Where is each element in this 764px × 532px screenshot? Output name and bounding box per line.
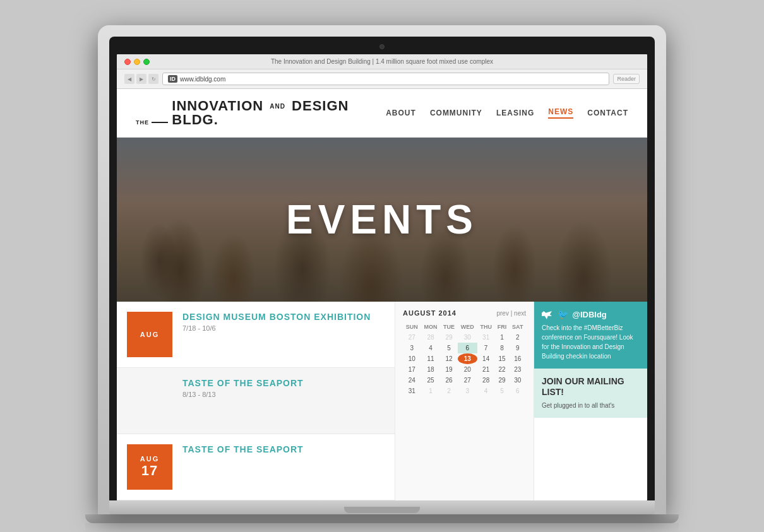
cal-day[interactable]: 24	[403, 375, 421, 386]
event-title-2[interactable]: TASTE OF THE SEAPORT	[182, 378, 385, 388]
logo-and: AND	[270, 103, 285, 110]
calendar-week-1: 27 28 29 30 31 1 2	[403, 332, 526, 343]
cal-day[interactable]: 31	[477, 332, 495, 343]
cal-day[interactable]: 16	[510, 353, 527, 364]
hero-title: EVENTS	[286, 196, 478, 243]
browser-chrome: The Innovation and Design Building | 1.4…	[117, 54, 647, 89]
cal-day[interactable]: 3	[458, 386, 477, 396]
cal-header-fri: FRI	[495, 322, 510, 332]
calendar-prev[interactable]: prev	[496, 310, 508, 317]
event-title-3[interactable]: TASTE OF THE SEAPORT	[182, 444, 385, 454]
logo-bldg-text: BLDG.	[172, 112, 218, 127]
cal-day[interactable]: 29	[495, 375, 510, 386]
cal-day[interactable]: 12	[440, 353, 457, 364]
laptop-shell: The Innovation and Design Building | 1.4…	[98, 25, 666, 514]
browser-titlebar: The Innovation and Design Building | 1.4…	[117, 54, 647, 69]
cal-day[interactable]: 18	[421, 364, 441, 375]
forward-button[interactable]: ▶	[136, 74, 146, 84]
twitter-handle: 🐦 @IDBldg	[542, 309, 640, 319]
event-info-1: DESIGN MUSEUM BOSTON EXHIBITION 7/18 - 1…	[182, 312, 395, 357]
cal-day[interactable]: 15	[495, 353, 510, 364]
cal-day[interactable]: 6	[458, 343, 477, 353]
refresh-button[interactable]: ↻	[148, 74, 158, 84]
calendar-month: AUGUST 2014	[403, 309, 457, 317]
twitter-handle-text[interactable]: @IDBldg	[572, 310, 607, 319]
event-title-1[interactable]: DESIGN MUSEUM BOSTON EXHIBITION	[182, 312, 385, 322]
nav-leasing[interactable]: LEASING	[496, 109, 534, 117]
cal-day[interactable]: 4	[421, 343, 441, 353]
cal-day[interactable]: 20	[458, 364, 477, 375]
calendar-widget: AUGUST 2014 prev | next	[395, 302, 534, 500]
calendar-days-header: SUN MON TUE WED THU FRI SAT	[403, 322, 526, 332]
cal-day[interactable]: 26	[440, 375, 457, 386]
browser-window: The Innovation and Design Building | 1.4…	[117, 54, 647, 500]
cal-day[interactable]: 5	[440, 343, 457, 353]
calendar-header: AUGUST 2014 prev | next	[403, 309, 526, 317]
event-row: AUG 17 TASTE OF THE SEAPORT	[117, 434, 395, 500]
cal-day-today[interactable]: 13	[458, 353, 477, 364]
cal-day[interactable]: 30	[458, 332, 477, 343]
content-area: AUG DESIGN MUSEUM BOSTON EXHIBITION 7/18…	[117, 302, 647, 500]
cal-day[interactable]: 28	[421, 332, 441, 343]
logo-design-text: DESIGN	[292, 98, 349, 114]
calendar-nav: prev | next	[496, 310, 526, 317]
window-controls	[124, 59, 150, 65]
cal-day[interactable]: 27	[458, 375, 477, 386]
cal-day[interactable]: 17	[403, 364, 421, 375]
cal-day[interactable]: 21	[477, 364, 495, 375]
back-button[interactable]: ◀	[124, 74, 134, 84]
browser-title: The Innovation and Design Building | 1.4…	[271, 58, 493, 65]
event-badge-2	[127, 378, 172, 423]
cal-day[interactable]: 31	[403, 386, 421, 396]
mailing-description: Get plugged in to all that's	[542, 401, 640, 410]
maximize-window-button[interactable]	[143, 59, 150, 65]
close-window-button[interactable]	[124, 59, 131, 65]
website-content: THE INNOVATION AND DESIGN BLDG.	[117, 89, 647, 500]
cal-day[interactable]: 4	[477, 386, 495, 396]
site-logo[interactable]: THE INNOVATION AND DESIGN BLDG.	[136, 99, 386, 127]
site-header: THE INNOVATION AND DESIGN BLDG.	[117, 89, 647, 138]
cal-day[interactable]: 6	[510, 386, 527, 396]
cal-day[interactable]: 14	[477, 353, 495, 364]
cal-day[interactable]: 8	[495, 343, 510, 353]
event-badge-3: AUG 17	[127, 444, 172, 490]
cal-day[interactable]: 10	[403, 353, 421, 364]
reader-button[interactable]: Reader	[613, 74, 640, 84]
browser-nav-buttons: ◀ ▶ ↻	[124, 74, 158, 84]
nav-community[interactable]: COMMUNITY	[430, 109, 482, 117]
address-bar[interactable]: ID www.idbldg.com	[162, 73, 609, 85]
twitter-bird-icon: 🐦	[558, 309, 568, 319]
sidebar-widgets: 🐦 @IDBldg Check into the #DMBetterBiz co…	[534, 302, 647, 500]
event-dates-1: 7/18 - 10/6	[182, 324, 385, 332]
cal-day[interactable]: 1	[421, 386, 441, 396]
cal-day[interactable]: 7	[477, 343, 495, 353]
cal-day[interactable]: 30	[510, 375, 527, 386]
mailing-list-widget: JOIN OUR MAILING LIST! Get plugged in to…	[534, 369, 647, 418]
calendar-grid: SUN MON TUE WED THU FRI SAT	[403, 322, 526, 396]
cal-day[interactable]: 5	[495, 386, 510, 396]
event-row: TASTE OF THE SEAPORT 8/13 - 8/13	[117, 368, 395, 434]
minimize-window-button[interactable]	[134, 59, 140, 65]
nav-about[interactable]: ABOUT	[386, 109, 416, 117]
cal-day[interactable]: 11	[421, 353, 441, 364]
laptop-base	[109, 500, 655, 514]
cal-day[interactable]: 9	[510, 343, 527, 353]
calendar-next[interactable]: next	[514, 310, 526, 317]
cal-day[interactable]: 2	[510, 332, 527, 343]
cal-day[interactable]: 25	[421, 375, 441, 386]
cal-day[interactable]: 19	[440, 364, 457, 375]
cal-day[interactable]: 29	[440, 332, 457, 343]
cal-day[interactable]: 1	[495, 332, 510, 343]
cal-day[interactable]: 3	[403, 343, 421, 353]
cal-day[interactable]: 28	[477, 375, 495, 386]
cal-day[interactable]: 2	[440, 386, 457, 396]
logo-the: THE	[136, 119, 149, 126]
cal-day[interactable]: 27	[403, 332, 421, 343]
cal-day[interactable]: 22	[495, 364, 510, 375]
nav-contact[interactable]: CONTACT	[587, 109, 628, 117]
laptop-wrapper: The Innovation and Design Building | 1.4…	[73, 0, 691, 532]
cal-header-thu: THU	[477, 322, 495, 332]
nav-news[interactable]: NEWS	[548, 107, 573, 119]
cal-day[interactable]: 23	[510, 364, 527, 375]
calendar-week-4: 17 18 19 20 21 22 23	[403, 364, 526, 375]
